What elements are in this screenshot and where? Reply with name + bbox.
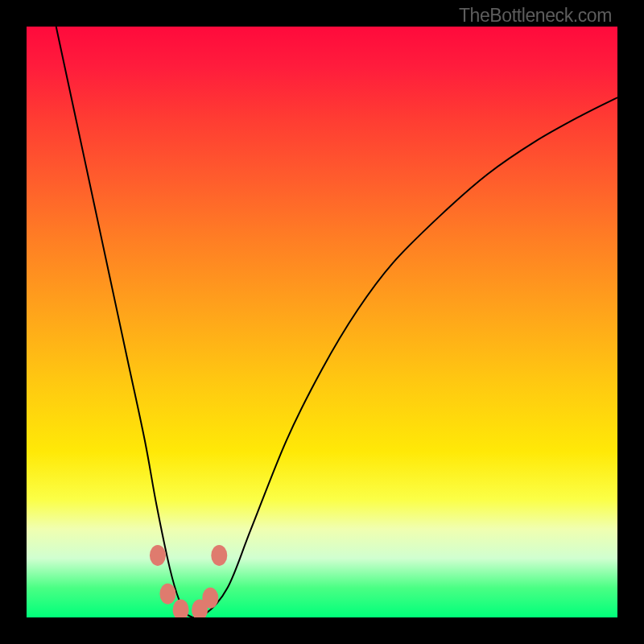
plot-svg [27, 27, 617, 617]
bottleneck-curve [56, 27, 617, 617]
curve-marker [173, 599, 189, 617]
curve-markers [150, 545, 227, 617]
curve-marker [150, 545, 166, 566]
curve-marker [202, 588, 218, 609]
curve-marker [159, 584, 175, 605]
curve-marker [211, 545, 227, 566]
attribution-text: TheBottleneck.com [459, 5, 612, 27]
plot-area [27, 27, 617, 617]
chart-container: TheBottleneck.com [0, 0, 644, 644]
